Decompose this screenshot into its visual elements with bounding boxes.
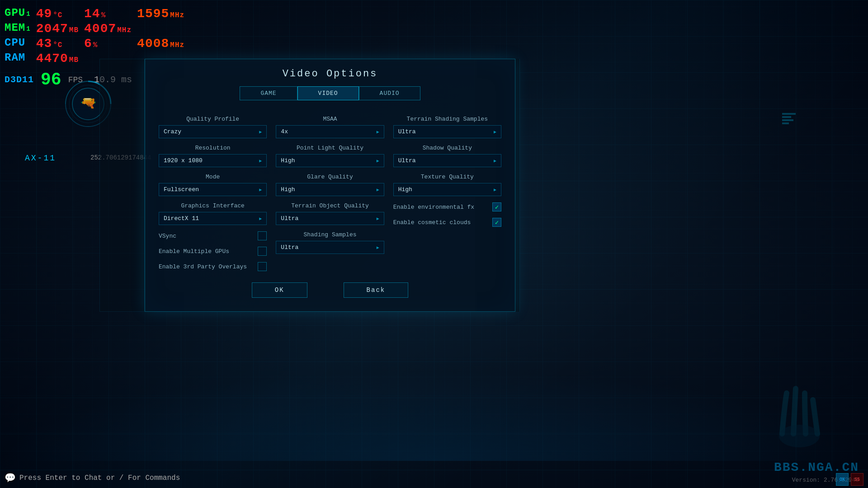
env-fx-row: Enable environmental fx ✓ xyxy=(393,202,501,211)
dialog-buttons: OK Back xyxy=(145,282,515,307)
dropdown-arrow: ▶ xyxy=(377,216,379,221)
chat-icon: 💬 xyxy=(5,472,16,483)
terrain-object-dropdown[interactable]: Ultra ▶ xyxy=(276,212,384,225)
ss-logo: SS xyxy=(851,473,863,486)
dropdown-arrow: ▶ xyxy=(259,216,262,221)
tab-game[interactable]: GAME xyxy=(240,86,297,100)
cpu-label: CPU xyxy=(5,37,31,51)
msaa-label: MSAA xyxy=(276,116,384,122)
glare-quality-dropdown[interactable]: High ▶ xyxy=(276,183,384,196)
quality-profile-label: Quality Profile xyxy=(159,116,267,122)
multiple-gpus-checkbox[interactable] xyxy=(258,247,267,256)
quality-profile-dropdown[interactable]: Crazy ▶ xyxy=(159,125,267,138)
3rd-party-overlays-row: Enable 3rd Party Overlays xyxy=(159,262,267,271)
resolution-label: Resolution xyxy=(159,145,267,151)
texture-quality-dropdown[interactable]: High ▶ xyxy=(393,183,501,196)
dropdown-arrow: ▶ xyxy=(259,158,262,164)
vsync-label: VSync xyxy=(159,233,176,239)
graphics-interface-label: Graphics Interface xyxy=(159,202,267,209)
dropdown-arrow: ▶ xyxy=(259,187,262,192)
terrain-object-label: Terrain Object Quality xyxy=(276,202,384,209)
cosmetic-clouds-checkbox[interactable]: ✓ xyxy=(492,218,501,227)
dropdown-arrow: ▶ xyxy=(377,158,379,164)
mem-label: MEM1 xyxy=(5,22,31,36)
ax-label: AX-11 xyxy=(25,154,56,163)
nga-watermark: BBS.NGA.CN xyxy=(774,460,859,474)
video-options-dialog: Video Options GAME VIDEO AUDIO Quality P… xyxy=(145,59,515,312)
texture-quality-label: Texture Quality xyxy=(393,174,501,180)
gpu-label: GPU1 xyxy=(5,7,31,21)
tab-audio[interactable]: AUDIO xyxy=(359,86,420,100)
tab-bar: GAME VIDEO AUDIO xyxy=(145,86,515,100)
multiple-gpus-label: Enable Multiple GPUs xyxy=(159,248,229,255)
dropdown-arrow: ▶ xyxy=(377,187,379,192)
cpu-clock: 4008 MHz xyxy=(137,37,184,51)
dropdown-arrow: ▶ xyxy=(494,129,496,135)
multiple-gpus-row: Enable Multiple GPUs xyxy=(159,247,267,256)
chat-bar: 💬 Press Enter to Chat or / For Commands xyxy=(5,472,180,483)
back-button[interactable]: Back xyxy=(344,282,409,298)
right-hud-bars xyxy=(782,113,796,131)
env-fx-label: Enable environmental fx xyxy=(393,204,474,211)
tab-video[interactable]: VIDEO xyxy=(297,86,359,100)
terrain-shading-dropdown[interactable]: Ultra ▶ xyxy=(393,125,501,138)
ram-val: 4470 MB xyxy=(36,52,79,66)
env-fx-checkbox[interactable]: ✓ xyxy=(492,202,501,211)
hw-monitor: GPU1 49 °C 14 % 1595 MHz MEM1 2047 MB 40… xyxy=(5,7,184,66)
dropdown-arrow: ▶ xyxy=(377,245,379,250)
mode-label: Mode xyxy=(159,174,267,180)
shadow-quality-label: Shadow Quality xyxy=(393,145,501,151)
dropdown-arrow: ▶ xyxy=(377,129,379,135)
ram-label: RAM xyxy=(5,52,31,66)
glare-quality-label: Glare Quality xyxy=(276,174,384,180)
vsync-row: VSync xyxy=(159,231,267,240)
dropdown-arrow: ▶ xyxy=(494,158,496,164)
svg-text:🔫: 🔫 xyxy=(80,95,96,111)
left-structural-panel xyxy=(99,59,145,312)
dropdown-arrow: ▶ xyxy=(259,129,262,135)
settings-col1: Quality Profile Crazy ▶ Resolution 1920 … xyxy=(154,109,271,271)
terrain-shading-label: Terrain Shading Samples xyxy=(393,116,501,122)
settings-col2: MSAA 4x ▶ Point Light Quality High ▶ Gla… xyxy=(271,109,388,271)
corner-logos: OX SS xyxy=(836,473,863,486)
graphics-interface-dropdown[interactable]: DirectX 11 ▶ xyxy=(159,212,267,225)
gpu-clock: 1595 MHz xyxy=(137,7,184,21)
msaa-dropdown[interactable]: 4x ▶ xyxy=(276,125,384,138)
gpu-temp: 49 °C xyxy=(36,7,79,21)
dropdown-arrow: ▶ xyxy=(494,187,496,192)
settings-col3: Terrain Shading Samples Ultra ▶ Shadow Q… xyxy=(389,109,506,271)
settings-grid: Quality Profile Crazy ▶ Resolution 1920 … xyxy=(145,109,515,271)
shading-samples-label: Shading Samples xyxy=(276,231,384,238)
3rd-party-overlays-label: Enable 3rd Party Overlays xyxy=(159,263,247,270)
resolution-dropdown[interactable]: 868 x 488 ▶ xyxy=(159,154,267,167)
vsync-checkbox[interactable] xyxy=(258,231,267,240)
3rd-party-overlays-checkbox[interactable] xyxy=(258,262,267,271)
cpu-load: 6 % xyxy=(84,37,132,51)
mem-val: 2047 MB xyxy=(36,22,79,36)
d3d-label: D3D11 xyxy=(5,75,34,85)
chat-hint-text: Press Enter to Chat or / For Commands xyxy=(19,474,180,482)
mode-dropdown[interactable]: Fullscreen ▶ xyxy=(159,183,267,196)
mem-clock: 4007 MHz xyxy=(84,22,132,36)
point-light-label: Point Light Quality xyxy=(276,145,384,151)
point-light-dropdown[interactable]: High ▶ xyxy=(276,154,384,167)
cosmetic-clouds-row: Enable cosmetic clouds ✓ xyxy=(393,218,501,227)
shading-samples-dropdown[interactable]: Ultra ▶ xyxy=(276,241,384,254)
fps-value: 96 xyxy=(41,70,61,89)
cpu-temp: 43 °C xyxy=(36,37,79,51)
ok-button[interactable]: OK xyxy=(252,282,307,298)
oxide-logo: OX xyxy=(836,473,849,486)
gpu-load: 14 % xyxy=(84,7,132,21)
shadow-quality-dropdown[interactable]: Ultra ▶ xyxy=(393,154,501,167)
cosmetic-clouds-label: Enable cosmetic clouds xyxy=(393,219,471,226)
dialog-title: Video Options xyxy=(145,59,515,86)
